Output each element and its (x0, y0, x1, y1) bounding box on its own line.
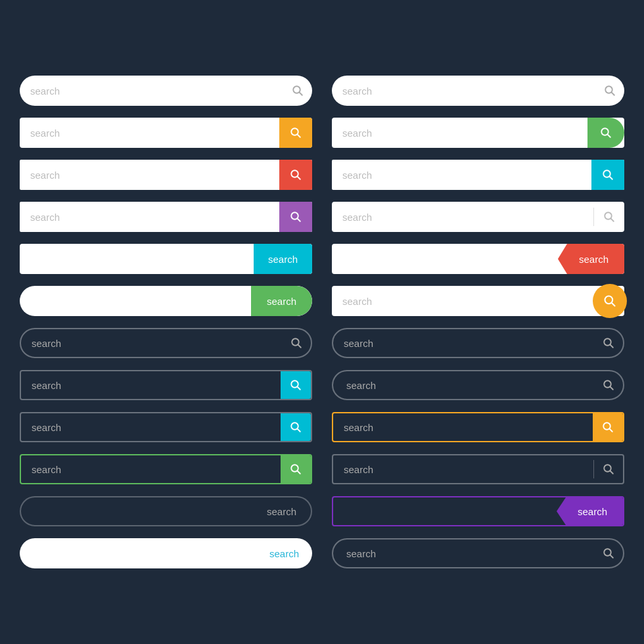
search-icon-btn-4r[interactable] (594, 202, 624, 232)
search-bar-7-left[interactable]: search (20, 328, 312, 358)
search-text-9r: search (333, 422, 593, 433)
search-bar-9-left[interactable]: search (20, 412, 312, 442)
search-icon-btn-8r[interactable] (594, 371, 623, 399)
search-bar-8-left[interactable]: search (20, 370, 312, 400)
svg-line-5 (298, 135, 300, 137)
svg-line-7 (608, 135, 610, 137)
search-notch-btn-5r[interactable]: search (558, 244, 624, 274)
search-icon-btn-9l[interactable] (281, 413, 311, 441)
svg-line-23 (298, 387, 300, 390)
search-notch-btn-11r[interactable]: search (557, 497, 623, 525)
search-icon-btn-4l[interactable] (279, 202, 312, 232)
search-bar-2-right[interactable]: search (332, 118, 624, 148)
search-text-12r: search (333, 548, 594, 559)
search-bar-7-right[interactable]: search (332, 328, 624, 358)
search-bar-12-left[interactable]: search (20, 538, 312, 568)
search-bar-11-left[interactable]: search (20, 496, 312, 526)
search-text-8l: search (21, 380, 281, 391)
search-text-2r: search (332, 127, 587, 139)
search-text-8r: search (333, 380, 594, 391)
search-icon-btn-1r[interactable] (595, 76, 624, 106)
svg-line-13 (298, 219, 300, 221)
search-bar-4-right[interactable]: search (332, 202, 624, 232)
svg-line-3 (612, 93, 614, 95)
search-bar-10-left[interactable]: search (20, 454, 312, 484)
search-text-2l: search (20, 127, 279, 139)
search-icon-btn-10r[interactable] (594, 455, 623, 483)
svg-line-21 (610, 345, 613, 348)
search-icon-btn-3l[interactable] (279, 160, 312, 190)
search-icon-btn-7l[interactable] (282, 329, 311, 357)
search-text-3r: search (332, 170, 591, 181)
search-bar-1-left[interactable]: search (20, 76, 312, 106)
svg-line-17 (612, 303, 615, 306)
svg-line-25 (610, 387, 613, 390)
search-bar-11-right[interactable]: search (332, 496, 624, 526)
svg-line-11 (610, 177, 612, 179)
search-icon-btn-2r[interactable] (587, 118, 624, 148)
search-bar-collection: search search search search search searc… (20, 56, 624, 588)
search-bar-1-right[interactable]: search (332, 76, 624, 106)
search-icon-btn-9r[interactable] (593, 413, 623, 441)
svg-line-35 (610, 555, 613, 558)
search-text-btn-6l[interactable]: search (251, 286, 312, 316)
search-bar-6-right[interactable]: search (332, 286, 624, 316)
search-text-btn-5l[interactable]: search (254, 244, 312, 274)
search-bar-8-right[interactable]: search (332, 370, 624, 400)
search-text-3l: search (20, 170, 279, 181)
search-text-7l: search (21, 338, 282, 349)
search-text-4l: search (20, 212, 279, 223)
search-text-10r: search (333, 464, 593, 475)
search-icon-btn-12r[interactable] (594, 540, 623, 567)
search-icon-btn-7r[interactable] (594, 329, 623, 357)
svg-line-29 (610, 429, 612, 432)
svg-line-9 (298, 177, 300, 179)
search-bar-5-left[interactable]: search (20, 244, 312, 274)
svg-line-31 (298, 471, 300, 474)
search-icon-btn-1l[interactable] (283, 76, 312, 106)
search-text-6r: search (332, 296, 624, 307)
search-bar-5-right[interactable]: search (332, 244, 624, 274)
search-icon-btn-8l[interactable] (281, 371, 311, 399)
search-circle-btn-6r[interactable] (593, 284, 627, 318)
search-icon-btn-10l[interactable] (281, 455, 311, 483)
svg-line-19 (298, 345, 301, 348)
search-bar-10-right[interactable]: search (332, 454, 624, 484)
search-bar-3-right[interactable]: search (332, 160, 624, 190)
svg-line-27 (298, 429, 300, 432)
search-bar-4-left[interactable]: search (20, 202, 312, 232)
notch-label-11r[interactable]: search (557, 497, 623, 525)
search-text-1l: search (20, 85, 283, 97)
notch-label-5r[interactable]: search (558, 244, 624, 274)
search-text-1r: search (332, 85, 595, 97)
svg-line-33 (610, 471, 613, 474)
search-bar-2-left[interactable]: search (20, 118, 312, 148)
search-text-btn-12l[interactable]: search (256, 538, 312, 568)
search-text-btn-11l[interactable]: search (252, 497, 311, 525)
search-bar-6-left[interactable]: search (20, 286, 312, 316)
search-bar-12-right[interactable]: search (332, 538, 624, 568)
svg-line-15 (611, 219, 614, 221)
search-icon-btn-2l[interactable] (279, 118, 312, 148)
search-bar-9-right[interactable]: search (332, 412, 624, 442)
search-text-7r: search (333, 338, 594, 349)
search-text-9l: search (21, 422, 281, 433)
search-icon-btn-3r[interactable] (591, 160, 624, 190)
svg-line-1 (300, 93, 302, 95)
search-bar-3-left[interactable]: search (20, 160, 312, 190)
search-text-4r: search (332, 212, 593, 223)
search-text-10l: search (21, 464, 281, 475)
